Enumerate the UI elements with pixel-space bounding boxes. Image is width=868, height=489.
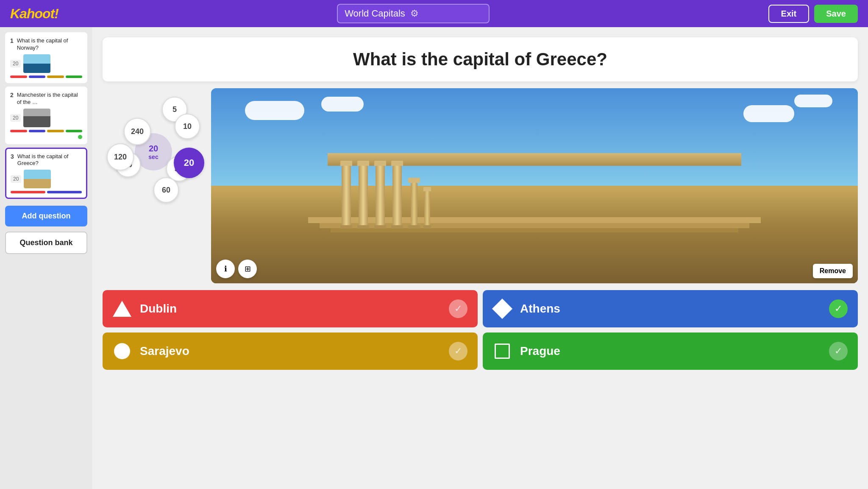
header-actions: Exit Save [768,5,858,23]
image-crop-button[interactable]: ⊞ [238,260,257,278]
answer-bar-red-2 [10,130,27,132]
question-number-3: 3 [11,153,14,160]
answer-sarajevo[interactable]: Sarajevo ✓ [103,333,478,370]
answer-bar-blue-1 [29,75,46,78]
question-number-2: 2 [10,92,14,98]
correct-dot-2 [78,135,82,139]
question-text-1: What is the capital of Norway? [17,37,82,52]
dublin-check: ✓ [449,299,467,318]
header-center: World Capitals ⚙ [337,4,490,23]
question-text-3: What is the capital of Greece? [17,153,82,168]
image-overlay-buttons: ℹ ⊞ [216,260,257,278]
timer-center-value: 20 [149,143,158,154]
timer-option-20[interactable]: 20 [174,148,204,178]
answer-dublin-text: Dublin [140,302,177,316]
diamond-shape [493,299,512,318]
answer-prague[interactable]: Prague ✓ [483,333,858,370]
timer-option-10[interactable]: 10 [175,114,200,139]
timer-option-120[interactable]: 120 [107,143,134,170]
question-box[interactable]: What is the capital of Greece? [103,37,858,81]
answer-bar-blue-2 [29,130,46,132]
prague-check: ✓ [829,342,848,360]
sidebar: 1 What is the capital of Norway? 20 2 Ma… [0,27,92,489]
answers-grid: Dublin ✓ Athens ✓ [103,290,858,370]
question-thumb-2 [23,109,50,127]
timer-wheel: 20 sec 5 10 20 30 60 90 120 240 [103,88,204,215]
circle-icon [114,343,130,359]
content-area: What is the capital of Greece? 20 sec 5 … [92,27,868,489]
question-title: What is the capital of Greece? [353,49,607,69]
middle-row: 20 sec 5 10 20 30 60 90 120 240 [103,88,858,283]
question-image: ℹ ⊞ Remove [211,88,858,283]
question-bank-button[interactable]: Question bank [5,232,87,254]
cloud-1 [245,101,304,120]
save-button[interactable]: Save [814,5,858,23]
sidebar-item-question-2[interactable]: 2 Manchester is the capital of the … 20 [5,87,87,144]
answer-sarajevo-left: Sarajevo [113,342,189,360]
answer-bar-red-3 [11,191,45,193]
header: Kahoot! World Capitals ⚙ Exit Save [0,0,868,27]
square-shape [493,342,512,360]
answer-athens-text: Athens [520,302,560,316]
timer-option-240[interactable]: 240 [124,118,151,145]
answer-prague-left: Prague [493,342,560,360]
question-time-1: 20 [10,60,21,67]
cloud-2 [321,97,364,112]
cloud-3 [743,105,794,122]
answer-athens[interactable]: Athens ✓ [483,290,858,327]
square-icon [495,344,510,359]
cloud-4 [794,95,832,107]
answer-bar-green-1 [66,75,83,78]
answer-athens-left: Athens [493,299,560,318]
question-number-1: 1 [10,37,14,44]
answer-prague-text: Prague [520,344,560,358]
quiz-title: World Capitals [345,8,405,19]
logo: Kahoot! [10,6,58,22]
answer-bar-gold-1 [47,75,64,78]
question-time-2: 20 [10,114,21,122]
answer-bar-red-1 [10,75,27,78]
main-layout: 1 What is the capital of Norway? 20 2 Ma… [0,27,868,489]
diamond-icon [492,299,512,319]
logo-text: Kahoot! [10,6,58,21]
temple-columns [340,161,729,229]
question-time-3: 20 [11,175,21,183]
settings-icon[interactable]: ⚙ [410,8,419,19]
triangle-shape [113,299,131,318]
acropolis-illustration [211,88,858,283]
sidebar-item-question-1[interactable]: 1 What is the capital of Norway? 20 [5,32,87,83]
timer-center-unit: sec [148,154,158,161]
sidebar-item-question-3[interactable]: 3 What is the capital of Greece? 20 [5,148,87,199]
exit-button[interactable]: Exit [768,5,810,23]
answer-bar-green-2 [66,130,83,132]
timer-option-60[interactable]: 60 [153,177,179,203]
sarajevo-check: ✓ [449,342,467,360]
answer-dublin-left: Dublin [113,299,177,318]
athens-check: ✓ [829,299,848,318]
question-thumb-1 [23,54,50,73]
add-question-button[interactable]: Add question [5,206,87,226]
quiz-title-box[interactable]: World Capitals ⚙ [337,4,490,23]
remove-image-button[interactable]: Remove [813,264,853,278]
circle-shape [113,342,131,360]
answer-sarajevo-text: Sarajevo [140,344,189,358]
question-text-2: Manchester is the capital of the … [17,92,82,106]
triangle-icon [113,301,131,317]
image-info-button[interactable]: ℹ [216,260,235,278]
answer-bar-blue-3 [47,191,82,193]
answer-dublin[interactable]: Dublin ✓ [103,290,478,327]
answer-bar-gold-2 [47,130,64,132]
question-thumb-3 [24,170,51,188]
